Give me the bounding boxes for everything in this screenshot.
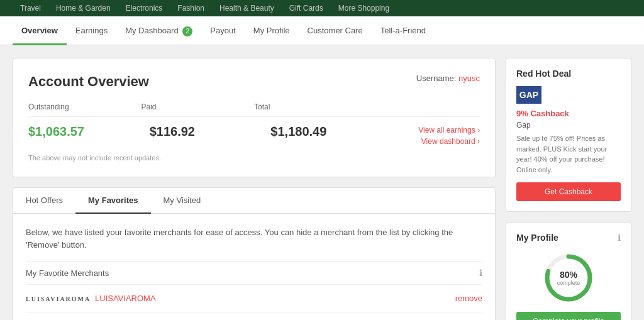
deal-merchant: Gap	[516, 121, 621, 130]
red-hot-deal-card: Red Hot Deal GAP 9% Cashback Gap Sale up…	[506, 58, 631, 212]
username-container: Username: nyusc	[416, 74, 480, 83]
view-all-earnings-link[interactable]: View all earnings ›	[418, 126, 480, 135]
nav-electronics[interactable]: Electronics	[118, 0, 170, 16]
tab-content: Below, we have listed your favorite merc…	[13, 214, 495, 320]
gap-logo: GAP	[516, 86, 541, 104]
get-cashback-button[interactable]: Get Cashback	[516, 182, 621, 201]
left-content: Account Overview Username: nyusc Outstan…	[13, 58, 496, 320]
nav-gift-cards[interactable]: Gift Cards	[282, 0, 331, 16]
merchant-logo: LUISAVIAROMA	[26, 295, 89, 302]
profile-info-icon: ℹ	[618, 233, 621, 243]
profile-card-header: My Profile ℹ	[516, 233, 621, 243]
deal-description: Sale up to 75% off! Prices as marked. PL…	[516, 133, 621, 175]
view-dashboard-link[interactable]: View dashboard ›	[421, 137, 480, 146]
tab-my-visited[interactable]: My Visited	[151, 188, 214, 214]
username-label: Username:	[416, 74, 457, 83]
merchant-name[interactable]: LUISAVIAROMA	[95, 294, 455, 303]
info-icon: ℹ	[479, 268, 482, 278]
subnav-customer-care[interactable]: Customer Care	[299, 16, 372, 45]
subnav-tell-a-friend[interactable]: Tell-a-Friend	[372, 16, 435, 45]
main-container: Account Overview Username: nyusc Outstan…	[0, 45, 644, 320]
complete-profile-button[interactable]: Complete your profile	[516, 312, 621, 320]
circle-percent: 80%	[557, 270, 580, 280]
subnav-my-profile[interactable]: My Profile	[245, 16, 299, 45]
nav-fashion[interactable]: Fashion	[170, 0, 212, 16]
dashboard-badge: 2	[182, 26, 192, 36]
sub-navigation: Overview Earnings My Dashboard 2 Payout …	[0, 16, 644, 45]
subnav-earnings[interactable]: Earnings	[67, 16, 116, 45]
deal-title: Red Hot Deal	[516, 69, 621, 79]
circle-label: 80% complete	[557, 270, 580, 286]
circle-container: 80% complete	[516, 253, 621, 303]
nav-home-garden[interactable]: Home & Garden	[48, 0, 118, 16]
nav-more-shopping[interactable]: More Shopping	[331, 0, 397, 16]
profile-card-title: My Profile	[516, 233, 558, 243]
cashback-percent: 9% Cashback	[516, 109, 621, 118]
outstanding-header: Outstanding	[28, 102, 142, 111]
circle-sub: complete	[557, 280, 580, 286]
outstanding-value: $1,063.57	[28, 124, 150, 139]
total-value: $1,180.49	[270, 124, 392, 139]
merchants-header-label: My Favorite Merchants	[26, 268, 109, 278]
username-value: nyusc	[458, 74, 480, 83]
account-overview-card: Account Overview Username: nyusc Outstan…	[13, 58, 496, 177]
tabs-header: Hot Offers My Favorites My Visited	[13, 188, 495, 214]
subnav-payout[interactable]: Payout	[201, 16, 244, 45]
nav-health-beauty[interactable]: Health & Beauty	[212, 0, 282, 16]
paid-value: $116.92	[150, 124, 271, 139]
paid-header: Paid	[142, 102, 255, 111]
subnav-my-dashboard[interactable]: My Dashboard 2	[116, 16, 201, 45]
my-profile-card: My Profile ℹ 80% complete Complete your …	[506, 222, 631, 320]
earnings-values: $1,063.57 $116.92 $1,180.49	[28, 124, 392, 139]
right-sidebar: Red Hot Deal GAP 9% Cashback Gap Sale up…	[506, 58, 631, 320]
tab-hot-offers[interactable]: Hot Offers	[13, 188, 75, 214]
top-navigation: Travel Home & Garden Electronics Fashion…	[0, 0, 644, 16]
account-title: Account Overview	[28, 74, 149, 90]
earnings-links: View all earnings › View dashboard ›	[392, 126, 480, 146]
earnings-headers: Outstanding Paid Total	[28, 102, 480, 117]
earnings-row: $1,063.57 $116.92 $1,180.49 View all ear…	[28, 124, 480, 146]
tab-my-favorites[interactable]: My Favorites	[75, 188, 150, 214]
merchant-row: LUISAVIAROMA LUISAVIAROMA remove	[26, 284, 482, 312]
total-header: Total	[254, 102, 367, 111]
earnings-table: Outstanding Paid Total $1,063.57 $116.92…	[28, 102, 480, 146]
subnav-overview[interactable]: Overview	[13, 16, 67, 45]
tab-description: Below, we have listed your favorite merc…	[26, 226, 482, 251]
partial-merchant-row: ★	[26, 312, 482, 320]
tabs-card: Hot Offers My Favorites My Visited Below…	[13, 187, 496, 320]
profile-progress-circle: 80% complete	[543, 253, 594, 303]
remove-merchant-link[interactable]: remove	[455, 294, 482, 303]
merchants-header: My Favorite Merchants ℹ	[26, 261, 482, 284]
account-note: The above may not include recent updates…	[28, 154, 480, 162]
account-header: Account Overview Username: nyusc	[28, 74, 480, 90]
nav-travel[interactable]: Travel	[13, 0, 48, 16]
